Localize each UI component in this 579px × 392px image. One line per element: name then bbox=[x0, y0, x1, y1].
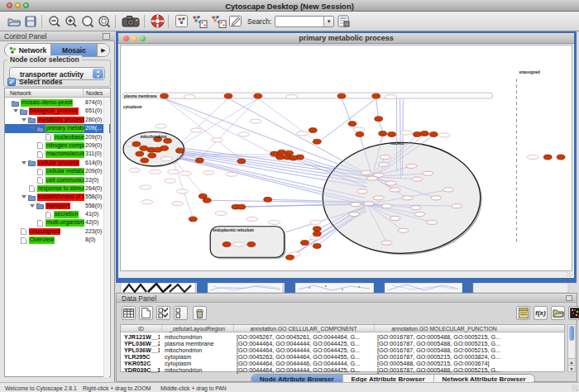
scroll-down-arrow[interactable]: ▼ bbox=[568, 365, 575, 371]
node-label-pill[interactable] bbox=[177, 189, 189, 194]
tree-item-label[interactable]: multi-organism pro bbox=[45, 219, 84, 227]
tab-network[interactable]: Network bbox=[5, 44, 50, 56]
tree-row[interactable]: mosaic-demo-yeast874(0) bbox=[5, 98, 110, 107]
new-attribute-icon[interactable] bbox=[139, 306, 153, 320]
gene-node[interactable] bbox=[313, 232, 321, 237]
node-label-pill[interactable] bbox=[527, 155, 538, 159]
gene-node[interactable] bbox=[278, 150, 286, 155]
column-divider[interactable] bbox=[374, 325, 375, 332]
tree-item-label[interactable]: unassigned bbox=[29, 228, 60, 236]
tree-item-label[interactable]: macromolecule bbox=[45, 151, 84, 158]
expand-triangle-icon[interactable] bbox=[22, 161, 26, 165]
select-attributes-icon[interactable] bbox=[156, 306, 170, 320]
table-row[interactable]: YPL036W__1mitochondrion[GO:0044464, GO:0… bbox=[121, 347, 564, 353]
tree-row[interactable]: cellular metabol209(0) bbox=[5, 167, 110, 175]
gene-node[interactable] bbox=[413, 131, 421, 136]
nucleus-node[interactable] bbox=[378, 162, 389, 166]
attribute-table-header[interactable]: ID_cellularLayoutRegionannotation.GO CEL… bbox=[121, 325, 564, 332]
gene-node[interactable] bbox=[557, 155, 565, 160]
data-panel-float-icon[interactable] bbox=[566, 295, 572, 301]
tree-item-label[interactable]: mosaic-demo-yeast bbox=[21, 99, 73, 107]
gene-node[interactable] bbox=[136, 151, 144, 156]
tree-scrollbar[interactable] bbox=[103, 98, 109, 377]
tree-row[interactable]: cell communicat22(0) bbox=[5, 176, 110, 184]
app-resize-grip[interactable] bbox=[572, 385, 578, 391]
tree-row[interactable]: biological_process651(0) bbox=[5, 107, 110, 115]
table-scrollbar[interactable]: ▲ ▼ bbox=[567, 324, 576, 372]
notes-icon[interactable] bbox=[516, 306, 530, 320]
table-cell[interactable]: [GO:0016787, GO:0005488, GO:0005215, G..… bbox=[377, 366, 513, 374]
tab-mosaic[interactable]: Mosaic bbox=[50, 44, 97, 56]
tree-item-label[interactable]: transport bbox=[45, 203, 70, 210]
node-label-pill[interactable] bbox=[238, 132, 250, 136]
gene-node[interactable] bbox=[286, 255, 294, 260]
node-label-pill[interactable] bbox=[215, 211, 227, 215]
table-row[interactable]: YKR052Ccytoplasm[GO:0044464, GO:0044446,… bbox=[121, 360, 564, 366]
search-options-icon[interactable] bbox=[336, 14, 351, 29]
tree-row[interactable]: cellular process614(0) bbox=[5, 159, 110, 167]
tree-item-label[interactable]: secretion bbox=[54, 211, 79, 218]
export-network-icon[interactable] bbox=[209, 14, 227, 29]
nucleus-node[interactable] bbox=[398, 228, 409, 232]
scroll-up-arrow[interactable]: ▲ bbox=[568, 358, 575, 365]
expand-triangle-icon[interactable] bbox=[22, 118, 26, 122]
node-label-pill[interactable] bbox=[140, 185, 151, 189]
zoom-in-icon[interactable] bbox=[64, 14, 79, 29]
expand-triangle-icon[interactable] bbox=[30, 204, 35, 208]
node-label-pill[interactable] bbox=[179, 171, 191, 175]
gene-node[interactable] bbox=[290, 155, 298, 160]
node-label-pill[interactable] bbox=[165, 179, 176, 183]
nucleus-node[interactable] bbox=[348, 212, 359, 216]
network-canvas[interactable]: plasma membranecytoplasmmitochondrionnuc… bbox=[120, 45, 572, 271]
search-input[interactable]: ▼ bbox=[275, 16, 334, 27]
gene-node[interactable] bbox=[195, 158, 203, 163]
node-label-pill[interactable] bbox=[246, 217, 258, 221]
tree-item-label[interactable]: nitrogen compo bbox=[45, 142, 84, 150]
table-column-header[interactable]: annotation.GO CELLULAR_COMPONENT bbox=[233, 326, 374, 332]
node-label-pill[interactable] bbox=[296, 131, 308, 136]
node-label-pill[interactable] bbox=[161, 156, 173, 160]
nucleus-node[interactable] bbox=[381, 204, 392, 208]
gene-node[interactable] bbox=[300, 241, 309, 246]
app-titlebar[interactable]: Cytoscape Desktop (New Session) bbox=[0, 0, 579, 12]
import-network-icon[interactable] bbox=[190, 14, 208, 29]
table-column-header[interactable]: _cellularLayoutRegion bbox=[161, 326, 233, 332]
tree-item-label[interactable]: biological_process bbox=[29, 108, 79, 115]
formula-icon[interactable]: f(x) bbox=[534, 306, 548, 320]
gene-node[interactable] bbox=[356, 131, 364, 136]
node-label-pill[interactable] bbox=[129, 168, 141, 172]
nucleus-node[interactable] bbox=[452, 204, 462, 208]
network-window-titlebar[interactable]: primary metabolic process bbox=[118, 33, 574, 44]
gene-node[interactable] bbox=[203, 198, 211, 203]
node-label-pill[interactable] bbox=[250, 119, 261, 123]
nucleus-node[interactable] bbox=[414, 212, 425, 216]
gene-node[interactable] bbox=[160, 93, 169, 98]
gene-node[interactable] bbox=[254, 93, 262, 98]
tree-item-label[interactable]: metabolic process bbox=[37, 117, 84, 124]
search-dropdown-arrow[interactable]: ▼ bbox=[323, 17, 333, 26]
tree-item-label[interactable]: establishment of lo bbox=[37, 194, 84, 201]
gene-node[interactable] bbox=[420, 131, 428, 136]
table-row[interactable]: YLR295Ccytoplasm[GO:0045263, GO:0044464,… bbox=[121, 353, 564, 360]
gene-node[interactable] bbox=[337, 93, 346, 98]
nucleus-node[interactable] bbox=[363, 202, 374, 206]
node-label-pill[interactable] bbox=[233, 242, 245, 246]
node-label-pill[interactable] bbox=[286, 95, 298, 99]
nucleus-node[interactable] bbox=[385, 181, 396, 185]
background-windows-strip[interactable] bbox=[115, 283, 579, 293]
table-row[interactable]: YJR121W__1mitochondrion[GO:0045267, GO:0… bbox=[121, 333, 564, 340]
gene-node[interactable] bbox=[148, 153, 156, 158]
gene-node[interactable] bbox=[543, 155, 552, 160]
tree-item-label[interactable]: primary metabo bbox=[45, 125, 84, 132]
unselect-attributes-icon[interactable] bbox=[174, 306, 188, 320]
tree-row[interactable]: unassigned223(0) bbox=[5, 227, 110, 236]
node-label-pill[interactable] bbox=[184, 95, 195, 99]
scrollbar-thumb[interactable] bbox=[569, 326, 574, 341]
help-lifesaver-icon[interactable] bbox=[150, 14, 165, 29]
gene-node[interactable] bbox=[388, 131, 396, 136]
select-nodes-checkbox[interactable]: ✓ bbox=[7, 78, 16, 86]
node-label-pill[interactable] bbox=[190, 128, 202, 132]
gene-node[interactable] bbox=[132, 141, 141, 146]
network-view-window[interactable]: primary metabolic process plasma membran… bbox=[116, 31, 577, 283]
node-label-pill[interactable] bbox=[172, 202, 184, 206]
